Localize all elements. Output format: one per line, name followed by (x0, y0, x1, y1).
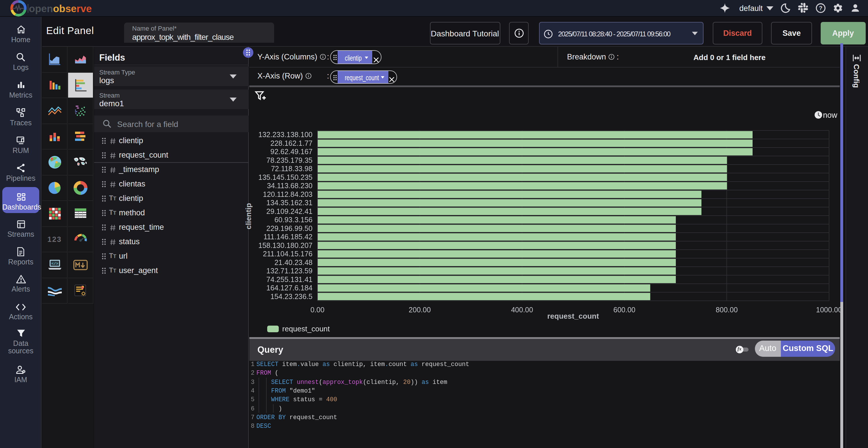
svg-text:400.00: 400.00 (511, 305, 533, 313)
svg-text:135.145.150.235: 135.145.150.235 (258, 173, 312, 181)
svg-text:164.127.6.184: 164.127.6.184 (266, 283, 312, 292)
svg-text:29.109.242.41: 29.109.242.41 (266, 207, 312, 215)
svg-text:200.00: 200.00 (409, 305, 431, 313)
svg-text:78.235.179.35: 78.235.179.35 (266, 156, 312, 164)
svg-text:now: now (823, 111, 837, 119)
svg-text:21.40.23.48: 21.40.23.48 (274, 258, 312, 266)
svg-text:92.62.49.167: 92.62.49.167 (270, 147, 312, 155)
svg-text:800.00: 800.00 (716, 305, 738, 313)
svg-text:134.35.162.31: 134.35.162.31 (266, 198, 312, 206)
svg-text:request_count: request_count (282, 324, 330, 333)
svg-text:600.00: 600.00 (614, 305, 636, 313)
svg-text:132.71.123.59: 132.71.123.59 (266, 266, 312, 274)
svg-text:154.23.236.5: 154.23.236.5 (270, 292, 312, 300)
svg-text:228.162.1.77: 228.162.1.77 (270, 139, 312, 147)
svg-text:132.233.138.100: 132.233.138.100 (258, 130, 312, 138)
svg-text:229.196.99.50: 229.196.99.50 (266, 224, 312, 232)
svg-text:request_count: request_count (547, 311, 599, 320)
svg-text:111.146.185.42: 111.146.185.42 (264, 232, 312, 240)
svg-text:1000.00: 1000.00 (816, 305, 842, 313)
svg-text:?: ? (819, 5, 823, 11)
svg-text:74.255.131.41: 74.255.131.41 (266, 275, 312, 283)
svg-text:0.00: 0.00 (310, 305, 324, 313)
svg-text:72.118.33.98: 72.118.33.98 (271, 164, 312, 172)
svg-text:211.104.15.176: 211.104.15.176 (263, 249, 312, 258)
svg-text:</>: </> (51, 262, 58, 266)
svg-text:60.93.3.156: 60.93.3.156 (274, 215, 312, 223)
svg-text:158.130.180.207: 158.130.180.207 (258, 241, 312, 249)
svg-text:34.113.68.230: 34.113.68.230 (267, 181, 312, 189)
svg-text:120.112.84.203: 120.112.84.203 (263, 190, 312, 198)
svg-text:clientip: clientip (244, 203, 253, 229)
